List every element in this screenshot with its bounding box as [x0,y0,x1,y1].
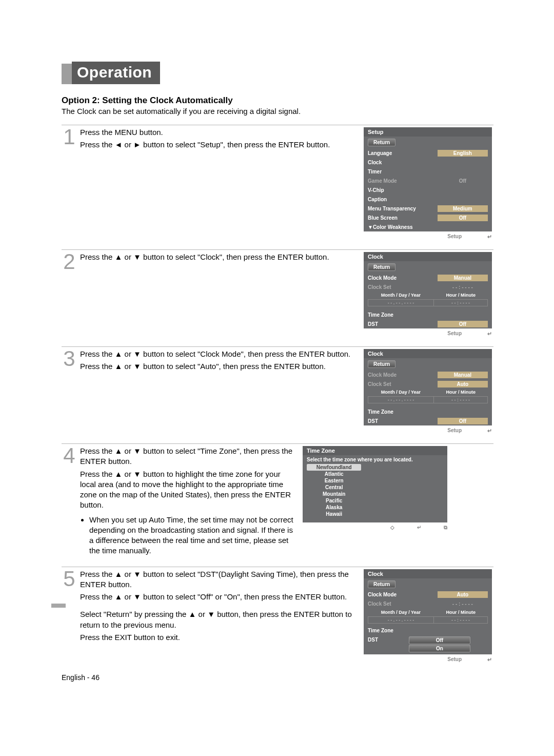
osd-row-label[interactable]: Clock Mode [368,592,438,597]
osd-return-button[interactable]: Return [368,580,395,588]
header-accent [62,64,72,84]
tz-option-atlantic[interactable]: Atlantic [307,471,361,477]
up-arrow-icon: ▲ [115,253,123,261]
text: Press the EXIT button to exit. [80,633,180,642]
grid-header: Hour / Minute [434,390,488,395]
osd-row-label: Clock Set [368,601,438,607]
step-number: 3 [62,349,77,434]
osd-row-label[interactable]: Time Zone [368,312,438,318]
osd-row-label[interactable]: Menu Transparency [368,206,438,211]
grid-header: Month / Day / Year [368,390,434,395]
step-body: Press the ▲ or ▼ button to select "DST"(… [80,569,359,663]
up-arrow-icon: ▲ [115,570,123,578]
text: Press the [80,362,115,371]
tz-option-hawaii[interactable]: Hawaii [307,511,361,517]
tz-option-central[interactable]: Central [307,484,361,491]
text: or [122,447,133,455]
osd-title: Clock [364,569,492,578]
osd-row-label: Clock Set [368,284,438,290]
osd-row-label: Game Mode [368,178,438,184]
up-arrow-icon: ▲ [115,362,123,371]
grid-header: Month / Day / Year [368,293,434,298]
osd-row-label[interactable]: Clock Mode [368,275,438,281]
up-arrow-icon: ▲ [115,350,123,358]
osd-clock-menu: Clock Return Clock ModeManual Clock SetA… [364,349,492,425]
osd-footer: Setup ↵ [363,231,493,240]
osd-row-value: Off [438,321,488,327]
text: Press the [80,350,115,358]
text: or [196,610,207,618]
osd-row-label[interactable]: DST [368,321,438,327]
osd-row-value: Auto [438,591,488,598]
dst-option-on[interactable]: On [409,645,470,652]
down-arrow-icon: ▼ [133,470,141,478]
text: Press the [80,140,115,149]
step-body: Press the ▲ or ▼ button to select "Clock… [80,349,359,434]
step-note: When you set up Auto Time, the set time … [89,515,295,556]
step-body: Press the ▲ or ▼ button to select "Clock… [80,252,359,337]
up-arrow-icon: ▲ [115,592,123,601]
grid-header: Hour / Minute [434,610,488,615]
text: button to select "Clock Mode", then pres… [141,350,350,358]
text: Press the [80,253,115,261]
osd-row-value: Medium [438,205,488,212]
osd-row-value: English [438,150,488,157]
step-body: Press the ▲ or ▼ button to select "Time … [80,446,299,557]
osd-timezone-menu: Time Zone Select the time zone where you… [303,446,447,522]
tz-option-newfoundland[interactable]: Newfoundland [307,464,361,471]
text: Press the [80,570,115,578]
osd-row-label[interactable]: Time Zone [368,409,438,415]
section-header: Operation [62,62,493,84]
page-footer: English - 46 [62,673,493,682]
step-number: 1 [62,127,77,240]
text: or [122,570,133,578]
osd-row-label[interactable]: Language [368,150,438,156]
down-arrow-icon: ▼ [133,253,141,261]
osd-row-label[interactable]: Timer [368,169,438,175]
grid-value: - - . - - . - - - - [368,397,434,403]
tz-option-mountain[interactable]: Mountain [307,491,361,497]
up-arrow-icon: ▲ [115,470,123,478]
osd-row-label[interactable]: Blue Screen [368,215,438,221]
step-3: 3 Press the ▲ or ▼ button to select "Clo… [62,346,493,434]
tz-option-alaska[interactable]: Alaska [307,504,361,511]
page-side-marker [51,604,66,608]
grid-header: Month / Day / Year [368,610,434,615]
osd-row-label: Clock Set [368,381,438,387]
osd-row-label[interactable]: V-Chip [368,187,438,193]
page-title: Operation [72,62,160,84]
step-number: 4 [62,446,77,557]
right-arrow-icon: ► [133,140,141,149]
osd-footer: Setup ↵ [363,328,493,337]
grid-value: - - . - - . - - - - [368,300,434,306]
osd-row-value: Off [438,418,488,424]
osd-row-label[interactable]: DST [368,418,438,424]
grid-header: Hour / Minute [434,293,488,298]
osd-row-label[interactable]: Caption [368,197,438,202]
text: or [122,362,133,371]
enter-icon: ↵ [487,656,492,663]
left-arrow-icon: ◄ [115,140,123,149]
osd-title: Setup [364,127,492,137]
tz-option-pacific[interactable]: Pacific [307,497,361,504]
osd-title: Time Zone [303,446,447,455]
intro-text: The Clock can be set automatically if yo… [62,107,493,115]
osd-row-label[interactable]: Clock [368,160,438,165]
osd-row-value: Auto [438,381,488,387]
osd-return-button[interactable]: Return [368,360,395,368]
osd-return-button[interactable]: Return [368,263,395,271]
up-arrow-icon: ▲ [189,610,196,618]
osd-row-value: Off [438,215,488,221]
osd-title: Clock [364,252,492,261]
grid-value: - - : - - - - [434,397,487,403]
text: Press the [80,592,115,601]
subsection-title: Option 2: Setting the Clock Automaticall… [62,95,493,106]
step-4: 4 Press the ▲ or ▼ button to select "Tim… [62,443,493,557]
osd-return-button[interactable]: Return [368,139,395,146]
osd-row-label[interactable]: ▼Color Weakness [368,224,438,230]
tz-option-eastern[interactable]: Eastern [307,477,361,484]
move-icon: ◇ [390,525,394,531]
osd-title: Clock [364,349,492,358]
grid-value: - - : - - - - [434,617,487,623]
osd-row-label[interactable]: Time Zone [368,628,438,633]
